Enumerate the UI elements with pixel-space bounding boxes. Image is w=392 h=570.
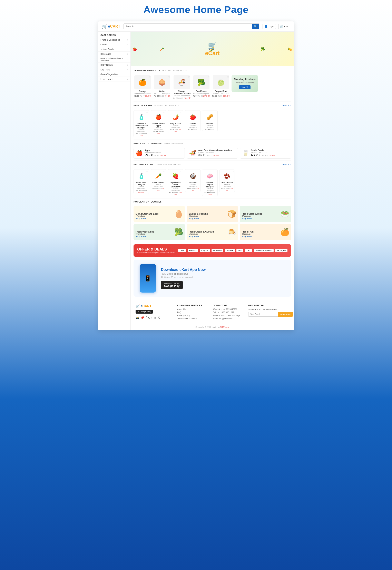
pop-cat-image: 🥛 (242, 150, 249, 157)
pop-cat-nestle[interactable]: 🥛 Nestle Cerelac Product Description Rs … (240, 148, 291, 159)
footer-link-terms[interactable]: Terms and Conditions (177, 318, 208, 320)
product-card-coconut[interactable]: ♡ 🥥 Coconut Product Description Rs 20 Rs… (185, 169, 200, 192)
footer-call: Call Us: 1800 300 1222 (213, 311, 243, 314)
product-card-snack[interactable]: ♡ 🥜 Product Product Description Rs 50 Rs… (202, 110, 218, 131)
footer-playstore-btn[interactable]: ▶ Google Play (136, 310, 153, 314)
sidebar-item-instant[interactable]: Instant Foods › (98, 47, 130, 52)
sidebar-item-dry[interactable]: Dry Fruits › (98, 67, 130, 72)
play-store-button[interactable]: FROM PLAY STORE Google Play (161, 281, 183, 289)
wishlist-icon[interactable]: ♡ (215, 170, 217, 173)
cart-button[interactable]: 🛒 Cart (278, 24, 290, 29)
wishlist-icon[interactable]: ♡ (146, 170, 148, 173)
instagram-icon[interactable]: 📸 (136, 316, 139, 319)
brand-dove: Dove (178, 249, 186, 252)
subscribe-button[interactable]: SUBSCRIBE (278, 312, 293, 317)
twitter-icon[interactable]: 𝕏 (158, 316, 160, 319)
sidebar-item-fruits[interactable]: Fruits & Vegetables › (98, 38, 130, 42)
brand-oxy: OXY (245, 249, 252, 252)
product-card-detergent[interactable]: ♡ 🧼 Genteel - Liquid Detergent Product D… (202, 169, 218, 196)
product-card-onion[interactable]: ♡ 🧅 Onion Product Description Rs 60 Rs 6… (153, 75, 171, 97)
big-cat-count: 32 products (189, 215, 236, 217)
product-image-dragon: 🍈 (213, 75, 229, 89)
wishlist-icon[interactable]: ♡ (180, 111, 182, 114)
linkedin-icon[interactable]: in (154, 316, 156, 319)
wishlist-icon[interactable]: ♡ (168, 76, 170, 79)
product-card-pear-pouch[interactable]: ♡ 🍓 Organic Pear Pouch Strawberry Produc… (168, 169, 183, 196)
big-cat-shop-link[interactable]: Shop Now › (189, 217, 236, 220)
product-card-baby-shampoo[interactable]: ♡ 🧴 Johnson & Johnson Baby Shampoo Produ… (134, 110, 149, 137)
product-name: Organic Pear Pouch Strawberry (169, 182, 182, 188)
big-cat-baking[interactable]: 🍞 Baking & Cooking 32 products Shop Now … (187, 206, 238, 222)
big-cat-cream-custard[interactable]: 🍮 Fresh Cream & Custard 10 products Shop… (187, 224, 238, 240)
wishlist-icon[interactable]: ♡ (197, 111, 199, 114)
newsletter-email-input[interactable] (248, 312, 278, 317)
sidebar-item-home[interactable]: Home Supplies & Utilities & Stationery › (98, 56, 130, 63)
hero-cart-icon: 🛒 (205, 42, 220, 50)
wishlist-icon[interactable]: ♡ (215, 111, 217, 114)
big-cat-shop-link[interactable]: Shop Now › (242, 217, 289, 220)
login-button[interactable]: 👤 Login (263, 24, 276, 29)
big-cat-count: 10 products (189, 233, 236, 235)
wishlist-icon[interactable]: ♡ (163, 170, 165, 173)
footer-link-about[interactable]: About Us (177, 308, 208, 310)
product-card-tomato[interactable]: ♡ 🍅 Tomato Product Description Rs 60 Rs … (185, 110, 200, 131)
sidebar-item-green[interactable]: Green Vegetables › (98, 72, 130, 77)
copyright-brand[interactable]: WRTeam. (220, 326, 229, 328)
big-cat-shop-link[interactable]: Shop Now › (136, 217, 183, 220)
wishlist-icon[interactable]: ♡ (149, 76, 151, 79)
product-card-cauliflower[interactable]: ♡ 🥦 Cauliflower Product Description Rs 8… (192, 75, 210, 97)
product-card-orange[interactable]: ♡ 🍊 Orange Product Description Rs 50 Rs … (134, 75, 152, 97)
product-name: Gerber-Natural Apple (152, 123, 165, 127)
wishlist-icon[interactable]: ♡ (197, 170, 199, 173)
big-cat-fresh-fruit[interactable]: 🍊 Fresh Fruit 20 product Shop Now › (240, 224, 291, 240)
wishlist-icon[interactable]: ♡ (146, 111, 148, 114)
search-input[interactable] (124, 24, 252, 29)
big-cat-milk[interactable]: 🥚 Milk, Butter and Eggs 47 products Shop… (134, 206, 185, 222)
big-cat-vegetables[interactable]: 🥦 Fresh Vegetables 30 products Shop Now … (134, 224, 185, 240)
product-card-dragon[interactable]: ♡ 🍈 Dragon Fruit Product Description Rs … (212, 75, 230, 97)
sidebar-item-cakes[interactable]: Cakes › (98, 42, 130, 47)
hero-content: 🛒 eCart (205, 42, 220, 56)
product-price: Rs 60 Rs 68 0% Off (153, 95, 171, 97)
big-cat-salad-dips[interactable]: 🥗 Fresh Salad & Dips 47 products Shop No… (240, 206, 291, 222)
pinterest-icon[interactable]: 📌 (141, 316, 144, 319)
trending-view-all-btn[interactable]: View All (239, 85, 250, 89)
google-plus-icon[interactable]: G+ (148, 316, 152, 319)
sidebar-item-label: Instant Foods (100, 48, 114, 50)
wishlist-icon[interactable]: ♡ (188, 76, 190, 79)
chevron-right-icon: › (127, 43, 128, 46)
product-card-fresh-carrots[interactable]: ♡ 🥕 Fresh Carrots Product Description Rs… (151, 169, 166, 192)
big-cat-shop-link[interactable]: Shop Now › (242, 235, 289, 237)
sidebar-item-beans[interactable]: Fresh Beans › (98, 77, 130, 82)
sidebar-item-baby[interactable]: Baby Needs › (98, 63, 130, 67)
product-card-sabji[interactable]: ♡ 🌶️ Sabji Masala Product Description Rs… (168, 110, 183, 133)
product-card-mama-earth[interactable]: ♡ 🧴 Mama Earth Baby Kit Product Descript… (134, 169, 149, 194)
footer-link-privacy[interactable]: Privacy Policy (177, 314, 208, 317)
product-desc: Product Description (192, 93, 210, 95)
recently-added-view-all[interactable]: VIEW ALL (282, 164, 291, 166)
wishlist-icon[interactable]: ♡ (163, 111, 165, 114)
pop-cat-knorr[interactable]: 🍜 Knorr Desi Masala chaska Noodles Produ… (187, 148, 238, 159)
footer-link-faq[interactable]: FAQ (177, 311, 208, 314)
big-cat-shop-link[interactable]: Shop Now › (189, 235, 236, 237)
footer-col-title: NEWSLETTER (248, 304, 289, 307)
big-cat-shop-link[interactable]: Shop Now › (136, 235, 183, 237)
wishlist-icon[interactable]: ♡ (227, 76, 229, 79)
new-ekart-view-all[interactable]: VIEW ALL (282, 105, 291, 107)
search-button[interactable]: 🔍 (252, 24, 259, 29)
chevron-right-icon: › (127, 69, 128, 71)
sidebar-item-beverages[interactable]: Beverages › (98, 52, 130, 56)
wishlist-icon[interactable]: ♡ (180, 170, 182, 173)
product-card-chana-masala[interactable]: ♡ 🫘 Chana Masala Product Description Rs … (219, 169, 235, 192)
wishlist-icon[interactable]: ♡ (232, 170, 234, 173)
footer-logo: 🛒 eCART (136, 304, 172, 308)
wishlist-icon[interactable]: ♡ (208, 76, 210, 79)
brand-biotique: BIOTIQUE (275, 249, 287, 252)
product-card-chings[interactable]: ♡ 🍜 Ching's Chowmein Masala Product Desc… (173, 75, 191, 99)
facebook-icon[interactable]: f (146, 316, 147, 319)
footer-social: 📸 📌 f G+ in 𝕏 (136, 316, 172, 319)
product-card-gerber[interactable]: ♡ 🍎 Gerber-Natural Apple Product Descrip… (151, 110, 166, 135)
logo[interactable]: 🛒 eCART (102, 24, 120, 29)
pop-cat-apple[interactable]: 🍎 Apple Product Description Rs 80 Rs 91 … (134, 148, 185, 159)
product-image: 🧴 (135, 111, 147, 123)
